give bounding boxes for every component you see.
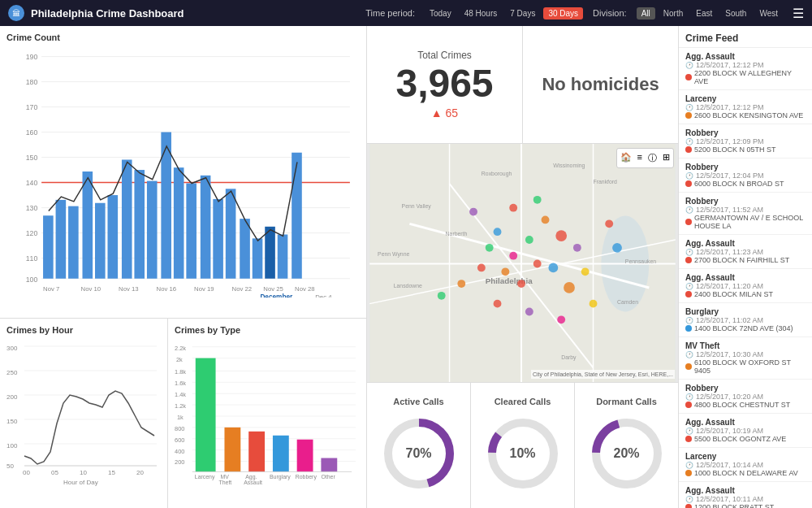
feed-item[interactable]: Larceny 🕐 12/5/2017, 12:12 PM 2600 BLOCK… — [679, 90, 812, 124]
hour-line — [24, 391, 154, 464]
svg-text:Other: Other — [321, 474, 335, 480]
svg-point-120 — [612, 243, 622, 253]
main-layout: Crime Count 190 180 170 160 150 140 130 … — [0, 26, 812, 508]
svg-text:Nov 7: Nov 7 — [43, 285, 59, 293]
feed-crime-addr: 2700 BLOCK N FAIRHILL ST — [685, 256, 806, 264]
feed-item[interactable]: Robbery 🕐 12/5/2017, 12:04 PM 6000 BLOCK… — [679, 158, 812, 193]
svg-text:December: December — [260, 293, 293, 297]
time-btn-30d[interactable]: 30 Days — [543, 7, 583, 20]
bar-3 — [68, 206, 79, 279]
svg-text:Theft: Theft — [219, 480, 232, 485]
bar-15 — [226, 189, 236, 278]
map-toolbar[interactable]: 🏠 ≡ ⓘ ⊞ — [616, 148, 674, 168]
top-stats: Total Crimes 3,965 ▲ 65 No homicides — [367, 26, 678, 144]
feed-item[interactable]: Larceny 🕐 12/5/2017, 10:14 AM 1000 BLOCK… — [679, 448, 812, 482]
feed-crime-addr: 4800 BLOCK CHESTNUT ST — [685, 401, 806, 409]
feed-crime-type: Agg. Assault — [685, 418, 806, 427]
header-left: 🏛 Philadelphia Crime Dashboard — [8, 5, 184, 21]
svg-text:110: 110 — [26, 254, 38, 263]
div-btn-east[interactable]: East — [691, 7, 717, 20]
middle-panel: Total Crimes 3,965 ▲ 65 No homicides — [367, 26, 678, 508]
crimes-by-type-chart: 2.2k 2k 1.8k 1.6k 1.4k 1.2k 1k 800 600 4… — [175, 338, 360, 488]
feed-item[interactable]: Agg. Assault 🕐 12/5/2017, 10:11 AM 1200 … — [679, 482, 812, 508]
feed-item[interactable]: Burglary 🕐 12/5/2017, 11:02 AM 1400 BLOC… — [679, 303, 812, 337]
feed-item[interactable]: Agg. Assault 🕐 12/5/2017, 12:12 PM 2200 … — [679, 48, 812, 90]
left-panel: Crime Count 190 180 170 160 150 140 130 … — [0, 26, 367, 508]
svg-text:150: 150 — [6, 418, 18, 425]
cleared-calls-donut: 10% — [482, 413, 564, 494]
header-right: Time period: Today 48 Hours 7 Days 30 Da… — [365, 6, 804, 21]
svg-text:Nov 16: Nov 16 — [157, 285, 177, 293]
feed-crime-type: MV Theft — [685, 341, 806, 350]
svg-text:Roxborough: Roxborough — [482, 171, 512, 177]
feed-crime-time: 🕐 12/5/2017, 11:52 AM — [685, 206, 806, 214]
svg-text:Penn Wynne: Penn Wynne — [378, 251, 409, 258]
svg-point-126 — [590, 300, 598, 308]
crimes-by-type-panel: Crimes by Type 2.2k 2k 1.8k 1.6k 1.4k 1.… — [168, 319, 366, 508]
feed-item[interactable]: Agg. Assault 🕐 12/5/2017, 10:19 AM 5500 … — [679, 414, 812, 448]
bar-other — [321, 458, 337, 472]
total-crimes-number: 3,965 — [395, 64, 493, 103]
feed-item[interactable]: Agg. Assault 🕐 12/5/2017, 11:23 AM 2700 … — [679, 235, 812, 269]
feed-crime-time: 🕐 12/5/2017, 12:12 PM — [685, 61, 806, 69]
svg-text:Pennsauken: Pennsauken — [625, 258, 656, 264]
feed-items-list: Agg. Assault 🕐 12/5/2017, 12:12 PM 2200 … — [679, 48, 812, 508]
feed-crime-type: Larceny — [685, 94, 806, 103]
svg-text:10: 10 — [80, 469, 87, 476]
svg-text:2k: 2k — [176, 356, 183, 363]
svg-text:130: 130 — [26, 204, 38, 212]
feed-crime-addr: 2400 BLOCK MILAN ST — [685, 290, 806, 298]
svg-text:Robbery: Robbery — [296, 474, 317, 480]
div-btn-all[interactable]: All — [637, 7, 655, 20]
feed-crime-time: 🕐 12/5/2017, 10:19 AM — [685, 427, 806, 435]
div-btn-north[interactable]: North — [659, 7, 688, 20]
no-homicides-text: No homicides — [542, 74, 659, 95]
feed-item[interactable]: Robbery 🕐 12/5/2017, 10:20 AM 4800 BLOCK… — [679, 380, 812, 414]
svg-point-110 — [501, 267, 509, 276]
feed-item[interactable]: MV Theft 🕐 12/5/2017, 10:30 AM 6100 BLOC… — [679, 337, 812, 380]
dormant-calls-panel: Dormant Calls 20% — [575, 383, 678, 508]
svg-text:Larceny: Larceny — [195, 474, 215, 480]
svg-text:200: 200 — [6, 393, 18, 401]
crimes-by-type-title: Crimes by Type — [175, 325, 360, 335]
call-stats: Active Calls 70% Cleared Calls 10% — [367, 382, 678, 508]
crimes-by-hour-title: Crimes by Hour — [6, 325, 161, 335]
svg-text:Nov 25: Nov 25 — [263, 285, 283, 293]
feed-crime-addr: 2200 BLOCK W ALLEGHENY AVE — [685, 69, 806, 85]
bar-1 — [43, 215, 54, 279]
bar-6 — [108, 195, 119, 279]
bar-robbery — [297, 440, 313, 472]
svg-text:200: 200 — [175, 458, 184, 466]
feed-item[interactable]: Agg. Assault 🕐 12/5/2017, 11:20 AM 2400 … — [679, 269, 812, 303]
time-btn-today[interactable]: Today — [425, 7, 456, 20]
map-home-icon[interactable]: 🏠 — [619, 150, 633, 166]
time-btn-7d[interactable]: 7 Days — [505, 7, 540, 20]
svg-text:Hour of Day: Hour of Day — [63, 479, 98, 486]
feed-crime-addr: 5200 BLOCK N 05TH ST — [685, 145, 806, 154]
menu-icon[interactable]: ☰ — [793, 6, 804, 21]
map-list-icon[interactable]: ≡ — [636, 150, 644, 166]
bar-18 — [265, 227, 275, 279]
total-crimes-change: ▲ 65 — [431, 106, 458, 119]
crimes-by-hour-panel: Crimes by Hour 300 250 200 150 100 50 — [0, 319, 168, 508]
div-btn-south[interactable]: South — [720, 7, 751, 20]
svg-text:MV: MV — [221, 474, 230, 480]
div-btn-west[interactable]: West — [754, 7, 783, 20]
total-crimes-panel: Total Crimes 3,965 ▲ 65 — [367, 26, 523, 143]
map-grid-icon[interactable]: ⊞ — [661, 150, 672, 166]
time-btn-48h[interactable]: 48 Hours — [460, 7, 503, 20]
svg-text:Lansdowne: Lansdowne — [394, 283, 422, 289]
svg-point-113 — [477, 263, 486, 271]
feed-item[interactable]: Robbery 🕐 12/5/2017, 11:52 AM GERMANTOWN… — [679, 193, 812, 235]
map-panel[interactable]: Philadelphia Penn Wynne Lansdowne Roxbor… — [367, 144, 678, 382]
crimes-by-hour-chart: 300 250 200 150 100 50 — [6, 338, 161, 488]
division-label: Division: — [593, 8, 627, 18]
svg-text:800: 800 — [175, 425, 184, 432]
map-info-icon[interactable]: ⓘ — [646, 150, 659, 166]
total-crimes-label: Total Crimes — [417, 50, 472, 61]
cleared-calls-percent: 10% — [509, 446, 535, 461]
feed-crime-addr: 1400 BLOCK 72ND AVE (304) — [685, 324, 806, 332]
app-header: 🏛 Philadelphia Crime Dashboard Time peri… — [0, 0, 812, 26]
feed-crime-type: Robbery — [685, 384, 806, 393]
feed-item[interactable]: Robbery 🕐 12/5/2017, 12:09 PM 5200 BLOCK… — [679, 124, 812, 158]
